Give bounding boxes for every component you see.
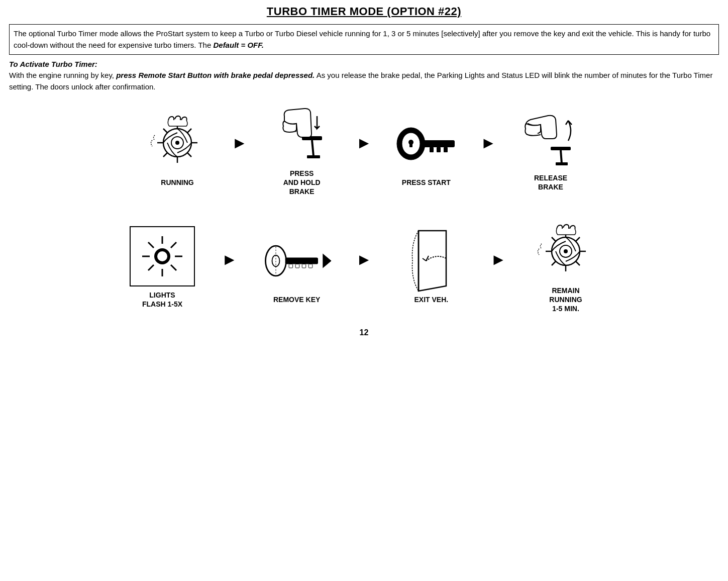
diagram-item-brake: PRESS AND HOLD BRAKE: [252, 105, 352, 197]
svg-rect-16: [424, 140, 455, 147]
diagram-item-remove-key: REMOVE KEY: [242, 231, 352, 304]
svg-line-9: [163, 153, 167, 157]
svg-line-10: [187, 153, 191, 157]
running-icon: [145, 114, 210, 174]
lights-icon: [130, 226, 195, 286]
svg-rect-38: [289, 264, 292, 267]
start-label: PRESS START: [402, 178, 451, 187]
svg-line-32: [171, 265, 176, 270]
intro-text: The optional Turbo Timer mode allows the…: [9, 24, 719, 55]
svg-point-26: [157, 251, 167, 261]
activate-section: To Activate Turbo Timer: With the engine…: [9, 60, 719, 93]
svg-line-23: [561, 150, 562, 163]
svg-rect-24: [556, 162, 568, 165]
svg-rect-17: [430, 147, 434, 152]
diagram-item-release: RELEASE BRAKE: [500, 109, 601, 191]
arrow-2: ►: [356, 134, 372, 152]
svg-rect-13: [307, 155, 320, 158]
activate-title: To Activate Turbo Timer:: [9, 60, 719, 68]
activate-text-pre: With the engine running by key,: [9, 71, 116, 79]
remove-key-icon: [264, 231, 330, 291]
arrow-4: ►: [222, 250, 238, 269]
page-number: 12: [9, 328, 719, 337]
svg-line-51: [552, 237, 556, 241]
diagram-row-2: LIGHTS FLASH 1-5X ► REMOVE KEY: [9, 222, 719, 314]
svg-point-2: [175, 141, 179, 145]
remove-key-label: REMOVE KEY: [273, 295, 320, 304]
svg-rect-39: [295, 264, 299, 267]
svg-rect-19: [444, 147, 448, 152]
diagram-row-1: RUNNING ► PRESS AND HOLD BRAKE ►: [9, 105, 719, 197]
intro-text-part1: The optional Turbo Timer mode allows the…: [14, 29, 710, 49]
activate-bold: press Remote Start Button with brake ped…: [116, 71, 315, 79]
brake-label: PRESS AND HOLD BRAKE: [283, 169, 321, 197]
svg-rect-41: [308, 264, 312, 267]
svg-line-52: [576, 237, 580, 241]
exit-label: EXIT VEH.: [414, 295, 448, 304]
diagram-item-start: PRESS START: [376, 114, 476, 187]
svg-rect-40: [302, 264, 305, 267]
svg-line-12: [312, 140, 314, 156]
release-label: RELEASE BRAKE: [534, 173, 567, 191]
arrow-1: ►: [232, 134, 248, 152]
brake-icon: [269, 105, 335, 165]
remain-label: REMAIN RUNNING 1-5 MIN.: [549, 286, 582, 314]
svg-line-33: [171, 242, 176, 248]
svg-line-53: [552, 261, 556, 265]
svg-line-7: [163, 129, 167, 133]
start-icon: [393, 114, 459, 174]
svg-rect-18: [437, 147, 441, 152]
svg-rect-22: [551, 147, 571, 150]
arrow-3: ►: [480, 134, 496, 152]
page-title: TURBO TIMER MODE (OPTION #22): [9, 5, 719, 18]
diagram-item-exit: EXIT VEH.: [376, 231, 486, 304]
diagram-item-running: RUNNING: [127, 114, 228, 187]
svg-line-31: [148, 242, 154, 248]
svg-line-34: [148, 265, 154, 270]
lights-label: LIGHTS FLASH 1-5X: [142, 290, 182, 309]
svg-line-54: [576, 261, 580, 265]
exit-icon: [398, 231, 464, 291]
diagram-item-lights: LIGHTS FLASH 1-5X: [107, 226, 218, 309]
svg-point-46: [564, 249, 568, 253]
arrow-6: ►: [490, 250, 506, 269]
arrow-5: ►: [356, 250, 372, 269]
svg-rect-37: [285, 257, 318, 264]
running-label: RUNNING: [161, 178, 193, 187]
svg-rect-21: [409, 142, 412, 147]
default-label: Default = OFF.: [213, 41, 263, 49]
diagram-item-remain: REMAIN RUNNING 1-5 MIN.: [510, 222, 621, 314]
release-icon: [518, 109, 583, 169]
activate-text: With the engine running by key, press Re…: [9, 69, 719, 93]
remain-running-icon: [533, 222, 598, 282]
svg-line-8: [187, 129, 191, 133]
